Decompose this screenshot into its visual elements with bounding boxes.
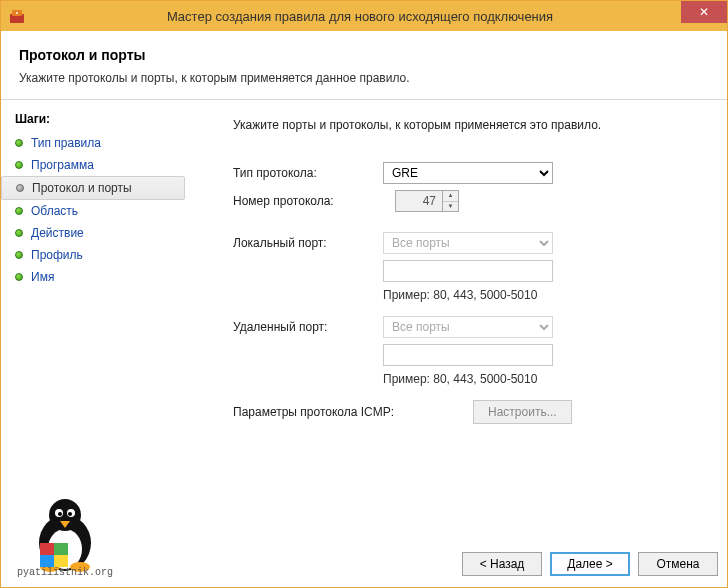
row-protocol-number: Номер протокола: ▲ ▼ — [233, 190, 705, 212]
protocol-type-label: Тип протокола: — [233, 166, 383, 180]
row-local-port-text — [233, 260, 705, 282]
svg-point-8 — [58, 512, 62, 516]
svg-rect-16 — [54, 555, 68, 567]
svg-rect-13 — [40, 543, 54, 555]
svg-point-2 — [16, 12, 18, 14]
bullet-icon — [15, 161, 23, 169]
page-title: Протокол и порты — [19, 47, 709, 63]
bullet-icon — [15, 251, 23, 259]
next-button[interactable]: Далее > — [550, 552, 630, 576]
steps-sidebar: Шаги: Тип правила Программа Протокол и п… — [1, 100, 193, 530]
step-protocol-ports[interactable]: Протокол и порты — [1, 176, 185, 200]
remote-port-select: Все порты — [383, 316, 553, 338]
icmp-configure-button: Настроить... — [473, 400, 572, 424]
titlebar: Мастер создания правила для нового исход… — [1, 1, 727, 31]
local-port-input — [383, 260, 553, 282]
step-label: Программа — [31, 158, 94, 172]
watermark-text: pyatilistnik.org — [10, 567, 120, 578]
close-icon: ✕ — [699, 5, 709, 19]
page-subtitle: Укажите протоколы и порты, к которым при… — [19, 71, 709, 85]
svg-point-9 — [68, 512, 72, 516]
header-section: Протокол и порты Укажите протоколы и пор… — [1, 31, 727, 100]
chevron-down-icon: ▼ — [443, 202, 458, 212]
step-label: Имя — [31, 270, 54, 284]
bullet-icon — [15, 139, 23, 147]
svg-rect-14 — [54, 543, 68, 555]
step-profile[interactable]: Профиль — [1, 244, 185, 266]
row-protocol-type: Тип протокола: GRE — [233, 162, 705, 184]
bullet-icon — [16, 184, 24, 192]
wizard-body: Шаги: Тип правила Программа Протокол и п… — [1, 100, 727, 530]
step-label: Область — [31, 204, 78, 218]
protocol-number-input[interactable] — [395, 190, 443, 212]
local-port-select: Все порты — [383, 232, 553, 254]
back-button[interactable]: < Назад — [462, 552, 542, 576]
bullet-icon — [15, 207, 23, 215]
local-port-label: Локальный порт: — [233, 236, 383, 250]
svg-rect-15 — [40, 555, 54, 567]
protocol-type-select[interactable]: GRE — [383, 162, 553, 184]
close-button[interactable]: ✕ — [681, 1, 727, 23]
icmp-label: Параметры протокола ICMP: — [233, 405, 473, 419]
row-remote-port: Удаленный порт: Все порты — [233, 316, 705, 338]
steps-heading: Шаги: — [1, 108, 185, 132]
step-label: Профиль — [31, 248, 83, 262]
content-intro: Укажите порты и протоколы, к которым при… — [233, 118, 705, 132]
watermark: pyatilistnik.org — [10, 493, 120, 578]
step-name[interactable]: Имя — [1, 266, 185, 288]
step-label: Действие — [31, 226, 84, 240]
step-label: Тип правила — [31, 136, 101, 150]
window-title: Мастер создания правила для нового исход… — [33, 9, 687, 24]
bullet-icon — [15, 273, 23, 281]
step-rule-type[interactable]: Тип правила — [1, 132, 185, 154]
remote-port-example: Пример: 80, 443, 5000-5010 — [383, 372, 705, 386]
row-icmp: Параметры протокола ICMP: Настроить... — [233, 400, 705, 424]
chevron-up-icon: ▲ — [443, 191, 458, 202]
step-label: Протокол и порты — [32, 181, 132, 195]
protocol-number-spinner: ▲ ▼ — [395, 190, 463, 212]
app-icon — [9, 8, 25, 24]
content-area: Укажите порты и протоколы, к которым при… — [193, 100, 727, 530]
bullet-icon — [15, 229, 23, 237]
row-remote-port-text — [233, 344, 705, 366]
protocol-number-label: Номер протокола: — [233, 194, 383, 208]
step-action[interactable]: Действие — [1, 222, 185, 244]
local-port-example: Пример: 80, 443, 5000-5010 — [383, 288, 705, 302]
spinner-buttons[interactable]: ▲ ▼ — [443, 190, 459, 212]
row-local-port: Локальный порт: Все порты — [233, 232, 705, 254]
remote-port-input — [383, 344, 553, 366]
cancel-button[interactable]: Отмена — [638, 552, 718, 576]
remote-port-label: Удаленный порт: — [233, 320, 383, 334]
step-program[interactable]: Программа — [1, 154, 185, 176]
step-scope[interactable]: Область — [1, 200, 185, 222]
penguin-icon — [20, 493, 110, 573]
footer-buttons: < Назад Далее > Отмена — [462, 552, 718, 576]
